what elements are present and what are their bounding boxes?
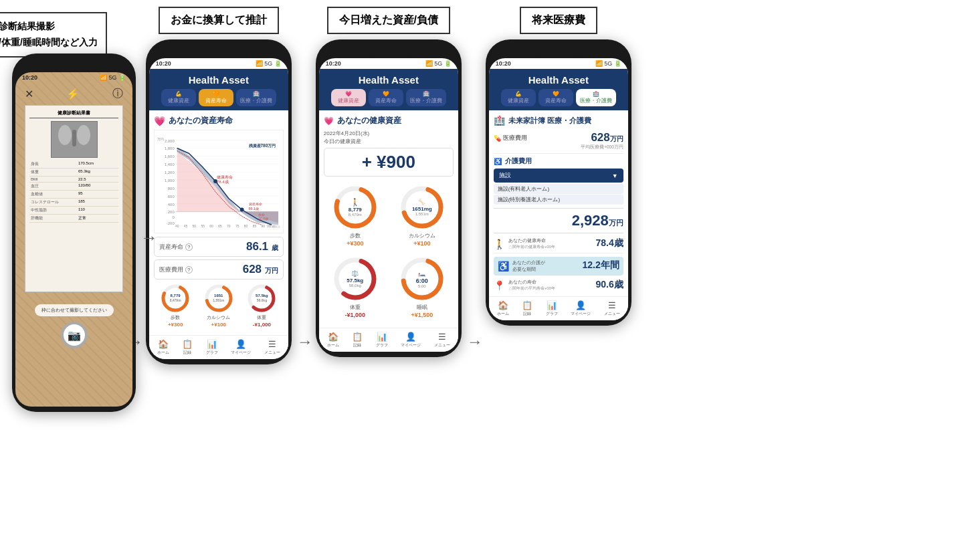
tab4-iryo-btn[interactable]: 🏥医療・介護費 (576, 89, 616, 106)
svg-text:600: 600 (168, 195, 175, 199)
flash-icon[interactable]: ⚡ (66, 88, 80, 100)
gauge3-weight: ⚖️ 57.5kg 58.0kg 体重 -¥1,000 (324, 253, 387, 320)
svg-text:60: 60 (209, 225, 213, 228)
phone2-info2-value: 628 万円 (243, 263, 278, 276)
nav4-graph[interactable]: 📊グラフ (546, 300, 558, 317)
svg-text:-200: -200 (167, 221, 175, 225)
camera-hint: 枠に合わせて撮影してください (35, 304, 114, 316)
nav3-graph[interactable]: 📊グラフ (376, 332, 388, 348)
phone2-body: 💗 あなたの資産寿命 (149, 110, 288, 335)
phone2-chart: 2,000 1,800 1,600 1,400 1,200 1,000 800 … (154, 130, 284, 233)
tab-iryo-btn[interactable]: 🏥医療・介護費 (236, 89, 276, 106)
arrow2: → (297, 332, 313, 351)
phone2-status: 10:20 📶 5G 🔋 (149, 58, 288, 69)
phone2-notch (192, 45, 246, 57)
nav4-home[interactable]: 🏠ホーム (497, 300, 509, 317)
phone2-bottom-nav: 🏠ホーム 📋記録 📊グラフ 👤マイページ ☰メニュー (149, 335, 288, 359)
camera-bottom: 枠に合わせて撮影してください 📷 (15, 298, 132, 355)
phone3-notch (362, 45, 415, 57)
tab3-shisan-btn[interactable]: 🧡資産寿命 (369, 89, 403, 106)
nav4-mypage[interactable]: 👤マイページ (571, 300, 591, 317)
doc-rows: 身長170.5cm 体重65.3kg BMI22.5 血圧120/80 血糖値9… (29, 160, 118, 223)
gauge3-steps: 🚶 8,779 8,479m 歩数 +¥300 (324, 181, 387, 249)
nav3-home[interactable]: 🏠ホーム (327, 332, 339, 348)
stat3-value: 90.6歳 (596, 279, 623, 291)
phone2-info1: 資産寿命 ? 86.1 歳 (154, 237, 284, 257)
phone3-big-value: + ¥900 (324, 148, 454, 177)
top-labels-row: 健康診断結果撮影 歩数/体重/睡眠時間など入力 → お金に換算して推計 10:2… (0, 7, 969, 364)
phone2-header: Health Asset 💪健康資産 🧡資産寿命 🏥医療・介護費 (149, 69, 288, 110)
svg-text:1,400: 1,400 (165, 162, 175, 167)
nav-menu[interactable]: ☰メニュー (264, 339, 280, 356)
nav4-record[interactable]: 📋記録 (522, 300, 532, 317)
gauge-steps-delta: +¥300 (168, 322, 183, 328)
nav-home[interactable]: 🏠ホーム (157, 339, 169, 356)
phone2-icons: 📶 5G 🔋 (256, 60, 282, 67)
step3-label: 将来医療費 (520, 7, 597, 34)
tab3-iryo-btn[interactable]: 🏥医療・介護費 (406, 89, 446, 106)
intro-line2: 歩数/体重/睡眠時間など入力 (0, 35, 98, 51)
medical-cost-sub: 平均医療費+000万円 (581, 144, 623, 150)
gauge-steps: 8,7798,479m 歩数 +¥300 (160, 283, 191, 328)
gauge-weight-label: 体重 (257, 314, 266, 321)
phone3-tabs: 💗健康資産 🧡資産寿命 🏥医療・介護費 (324, 89, 453, 106)
stat3-icon: 📍 (494, 280, 505, 291)
settings-icon[interactable]: ⓘ (112, 87, 123, 101)
gauge3-calcium-label: カルシウム (409, 232, 435, 239)
phone3-header: Health Asset 💗健康資産 🧡資産寿命 🏥医療・介護費 (319, 69, 458, 110)
dropdown-btn[interactable]: 施設 ▼ (494, 169, 623, 183)
nav-record[interactable]: 📋記録 (182, 339, 193, 356)
phone3-frame: 10:20 📶 5G 🔋 Health Asset 💗健康資産 🧡資産寿命 (316, 39, 462, 357)
dropdown-option1[interactable]: 施設(有料老人ホーム) (494, 184, 623, 194)
doc-xray (51, 121, 98, 158)
tab-kenkou-btn[interactable]: 💪健康資産 (161, 89, 196, 106)
stat1-icon: 🚶 (494, 239, 505, 249)
svg-text:75: 75 (235, 225, 239, 228)
nav3-record[interactable]: 📋記録 (352, 332, 363, 348)
stat3-row: 📍 あなたの寿命 △関年前の平均寿命+00年 90.6歳 (494, 279, 623, 292)
gauge-weight-delta: -¥1,000 (253, 322, 271, 328)
svg-text:85: 85 (252, 225, 256, 228)
stat3-text: あなたの寿命 △関年前の平均寿命+00年 (508, 279, 593, 292)
tab4-shisan-btn[interactable]: 🧡資産寿命 (538, 89, 573, 106)
camera-shutter-btn[interactable]: 📷 (61, 322, 88, 348)
svg-text:1,600: 1,600 (165, 154, 175, 158)
svg-text:0: 0 (172, 215, 175, 219)
stat1-value: 78.4歳 (596, 237, 623, 249)
stat2-row: ♿ あなたの介護が必要な期間 12.2年間 (494, 257, 623, 276)
svg-text:50: 50 (192, 225, 196, 228)
svg-text:70: 70 (227, 225, 231, 228)
step1-label: お金に換算して推計 (159, 7, 279, 34)
dropdown-option2[interactable]: 施設(特別養護老人ホーム) (494, 195, 623, 205)
phone2-screen: 10:20 📶 5G 🔋 Health Asset 💪健康資産 🧡資産寿命 (149, 58, 288, 359)
step1-group: お金に換算して推計 10:20 📶 5G 🔋 Health Asset (146, 7, 292, 364)
gauge3-steps-delta: +¥300 (347, 240, 363, 247)
camera-to-phone2-arrow: → (140, 227, 158, 248)
nav3-menu[interactable]: ☰メニュー (434, 332, 450, 348)
medical-cost-value: 628万円 (581, 131, 623, 144)
phone2-time: 10:20 (156, 60, 171, 67)
tab3-kenkou-btn[interactable]: 💗健康資産 (331, 89, 366, 106)
svg-text:資産寿命: 資産寿命 (248, 202, 262, 206)
nav-mypage[interactable]: 👤マイページ (231, 339, 251, 356)
phone4-title: Health Asset (494, 74, 623, 86)
svg-text:90: 90 (261, 225, 265, 228)
nav-graph[interactable]: 📊グラフ (206, 339, 218, 356)
tab-shisan-btn[interactable]: 🧡資産寿命 (199, 89, 233, 106)
gauge-weight: 57.5kg58.0kg 体重 -¥1,000 (246, 283, 277, 328)
svg-text:45: 45 (184, 225, 188, 228)
nav4-menu[interactable]: ☰メニュー (604, 300, 620, 317)
phone3-today-label: 今日の健康資産 (324, 138, 454, 145)
phone4-bottom-nav: 🏠ホーム 📋記録 📊グラフ 👤マイページ ☰メニュー (489, 296, 628, 320)
nav3-mypage[interactable]: 👤マイページ (401, 332, 421, 348)
close-icon[interactable]: ✕ (25, 88, 33, 100)
svg-text:万円: 万円 (157, 138, 164, 141)
phone3-body: 💗あなたの健康資産 2022年4月20日(水) 今日の健康資産 + ¥900 (319, 110, 458, 328)
phone4-notch (532, 45, 585, 57)
phone4-frame: 10:20 📶 5G 🔋 Health Asset 💪健康資産 🧡資産寿命 (486, 39, 631, 326)
page-root: 健康診断結果撮影 歩数/体重/睡眠時間など入力 → お金に換算して推計 10:2… (0, 0, 980, 378)
tab4-kenkou-btn[interactable]: 💪健康資産 (501, 89, 536, 106)
phone4-screen: 10:20 📶 5G 🔋 Health Asset 💪健康資産 🧡資産寿命 (489, 58, 628, 320)
stat2-icon: ♿ (498, 261, 509, 271)
step2-group: 今日増えた資産/負債 10:20 📶 5G 🔋 Health Asset 💗健康… (316, 7, 462, 357)
